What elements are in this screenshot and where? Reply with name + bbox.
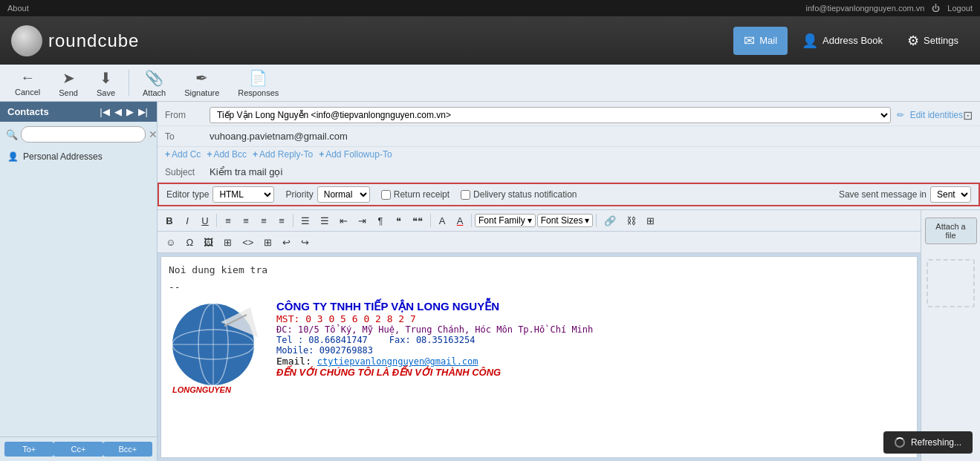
subject-row: Subject [158,162,980,183]
about-link[interactable]: About [7,4,29,13]
align-left-button[interactable]: ≡ [220,212,236,229]
find-button[interactable]: ⊞ [259,234,276,250]
addressbook-icon: 👤 [802,33,818,49]
gallery-button[interactable]: ⊞ [219,234,236,250]
editor-body-text: Noi dung kiem tra [169,264,909,275]
sig-logo-image: LONGNGUYEN [169,300,265,399]
italic-button[interactable]: I [179,212,195,229]
send-button[interactable]: ➤ Send [51,66,85,100]
from-dropdown: Tiếp Vận Long Nguyễn <info@tiepvanlongng… [210,107,891,123]
editor-content[interactable]: Noi dung kiem tra -- [169,264,909,399]
compose-fields: From Tiếp Vận Long Nguyễn <info@tiepvanl… [158,102,980,210]
font-sizes-chevron: ▾ [585,215,589,226]
rich-toolbar: B I U ≡ ≡ ≡ ≡ ☰ ☰ ⇤ ⇥ ¶ ❝ ❝❝ [158,210,921,232]
unlink-button[interactable]: ⛓ [622,212,640,229]
ordered-list-button[interactable]: ☰ [316,212,334,229]
to-add-button[interactable]: To+ [4,442,53,457]
priority-group: Priority Highest High Normal Low Lowest [285,186,369,203]
editor-area[interactable]: Noi dung kiem tra -- [160,256,918,458]
cancel-button[interactable]: ← Cancel [7,66,48,99]
nav-mail[interactable]: ✉ Mail [733,27,788,55]
align-center-button[interactable]: ≡ [238,212,254,229]
special-char-button[interactable]: Ω [181,234,198,250]
format-button[interactable]: ❝❝ [408,212,427,229]
add-followup-to-button[interactable]: Add Followup-To [319,149,392,160]
logo-globe-svg: LONGNGUYEN [169,300,265,396]
sidebar-header: Contacts |◀ ◀ ▶ ▶| [0,102,157,122]
save-sent-select[interactable]: Sent [930,186,971,203]
sidebar-footer: To+ Cc+ Bcc+ [0,437,157,461]
nav-buttons: ✉ Mail 👤 Address Book ⚙ Settings [733,27,969,55]
link-button[interactable]: 🔗 [600,212,620,229]
to-row: To [158,126,980,147]
align-justify-button[interactable]: ≡ [273,212,290,229]
blockquote-button[interactable]: ❝ [390,212,406,229]
font-color-button[interactable]: A [434,212,450,229]
priority-select[interactable]: Highest High Normal Low Lowest [317,186,370,203]
subject-input[interactable] [210,166,973,177]
undo-button[interactable]: ↩ [278,234,295,250]
popout-button[interactable]: ⊡ [963,108,973,122]
bold-button[interactable]: B [161,212,178,229]
from-row: From Tiếp Vận Long Nguyễn <info@tiepvanl… [158,105,980,126]
emoji-button[interactable]: ☺ [161,234,180,250]
nav-mail-label: Mail [759,35,777,46]
header: roundcube ✉ Mail 👤 Address Book ⚙ Settin… [0,16,980,65]
bcc-add-button[interactable]: Bcc+ [103,442,152,457]
sidebar-nav-first[interactable]: |◀ [98,106,111,117]
attach-button[interactable]: 📎 Attach [135,66,173,100]
nav-settings[interactable]: ⚙ Settings [897,27,969,55]
attachment-drop-area [927,259,975,307]
signature-button[interactable]: ✒ Signature [177,66,227,100]
search-clear-icon[interactable]: ✕ [149,128,158,140]
editor-wrapper: B I U ≡ ≡ ≡ ≡ ☰ ☰ ⇤ ⇥ ¶ ❝ ❝❝ [158,210,921,461]
sig-mst: MST: 0 3 0 5 6 0 2 8 2 7 [276,313,909,324]
background-color-button[interactable]: A [452,212,468,229]
table-button[interactable]: ⊞ [642,212,659,229]
nav-addressbook[interactable]: 👤 Address Book [791,27,893,55]
refreshing-label: Refreshing... [911,437,961,448]
sidebar-nav-next[interactable]: ▶ [125,106,135,117]
delivery-status-checkbox[interactable] [461,190,470,200]
attach-file-button[interactable]: Attach a file [925,218,977,244]
editor-type-select[interactable]: HTML Plain Text [212,186,274,203]
to-label: To [165,131,210,142]
user-email: info@tiepvanlongnguyen.com.vn [806,4,925,13]
delivery-status-group: Delivery status notification [461,189,577,200]
paragraph-button[interactable]: ¶ [372,212,389,229]
cc-add-button[interactable]: Cc+ [53,442,103,457]
redo-button[interactable]: ↪ [296,234,314,250]
personal-addresses-item[interactable]: 👤 Personal Addresses [0,147,157,166]
underline-button[interactable]: U [197,212,213,229]
sidebar-nav-last[interactable]: ▶| [137,106,149,117]
search-input[interactable] [21,126,146,143]
refreshing-toast: Refreshing... [883,431,973,454]
outdent-button[interactable]: ⇤ [335,212,352,229]
save-button[interactable]: ⬇ Save [89,66,123,100]
add-reply-to-button[interactable]: Add Reply-To [253,149,313,160]
from-label: From [165,110,210,120]
options-row: Editor type HTML Plain Text Priority Hig… [158,183,980,206]
font-sizes-label: Font Sizes [541,215,583,226]
sidebar-nav: |◀ ◀ ▶ ▶| [98,106,149,117]
logout-link[interactable]: Logout [947,4,973,13]
return-receipt-group: Return receipt [381,189,450,200]
top-bar-right: info@tiepvanlongnguyen.com.vn ⏻ Logout [806,4,973,13]
sig-email-link[interactable]: ctytiepvanlongnguyen@gmail.com [317,356,478,367]
image-button[interactable]: 🖼 [199,234,218,250]
return-receipt-checkbox[interactable] [381,190,391,200]
font-family-dropdown[interactable]: Font Family ▾ [475,214,536,227]
sidebar-nav-prev[interactable]: ◀ [113,106,123,117]
rt-sep-3 [430,214,431,227]
bullet-list-button[interactable]: ☰ [296,212,314,229]
edit-identities-text[interactable]: Edit identities [910,110,963,120]
indent-button[interactable]: ⇥ [354,212,371,229]
align-right-button[interactable]: ≡ [256,212,272,229]
font-sizes-dropdown[interactable]: Font Sizes ▾ [537,214,594,227]
source-button[interactable]: <> [238,234,258,250]
responses-button[interactable]: 📄 Responses [230,66,286,100]
to-input[interactable] [210,131,973,142]
add-cc-button[interactable]: Add Cc [165,149,201,160]
add-bcc-button[interactable]: Add Bcc [207,149,247,160]
from-select[interactable]: Tiếp Vận Long Nguyễn <info@tiepvanlongng… [210,107,891,123]
